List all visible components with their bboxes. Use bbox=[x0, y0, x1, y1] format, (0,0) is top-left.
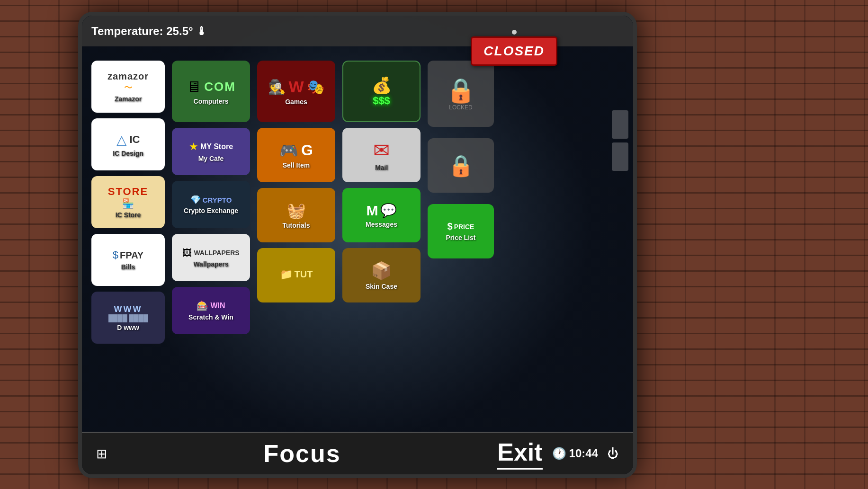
temperature-value: 25.5° bbox=[166, 25, 193, 37]
crypto-label: Crypto Exchange bbox=[184, 207, 238, 214]
ic-store-label: IC Store bbox=[116, 211, 141, 219]
app-column-5: 🔒 LOCKED 🔒 $ PRICE Price List bbox=[428, 61, 494, 258]
power-icon[interactable]: ⏻ bbox=[608, 447, 619, 460]
temperature-label: Temperature: bbox=[91, 25, 163, 37]
pricelist-label: Price List bbox=[446, 234, 475, 241]
www-label: D www bbox=[117, 324, 139, 331]
lock2-app: 🔒 bbox=[428, 138, 494, 193]
bills-label: Bills bbox=[121, 263, 135, 271]
money-label: $$$ bbox=[373, 95, 390, 107]
skincase-app[interactable]: 📦 Skin Case bbox=[342, 248, 421, 302]
grid-icon[interactable]: ⊞ bbox=[96, 446, 107, 462]
content-area: zamazor 〜 Zamazor △ IC IC Design STORE 🏪 bbox=[82, 46, 633, 436]
side-panel-right bbox=[612, 110, 631, 171]
monitor-screen: Temperature: 25.5° 🌡 CLOSED zamazor 〜 Za… bbox=[82, 16, 633, 474]
www-app[interactable]: WWW ████ ████ D www bbox=[91, 292, 165, 344]
ic-design-label: IC Design bbox=[113, 150, 143, 157]
monitor-frame: Temperature: 25.5° 🌡 CLOSED zamazor 〜 Za… bbox=[78, 12, 637, 478]
lock1-app: 🔒 LOCKED bbox=[428, 61, 494, 127]
zamazor-app[interactable]: zamazor 〜 Zamazor bbox=[91, 61, 165, 113]
mycafe-app[interactable]: ★ MY Store My Cafe bbox=[172, 128, 250, 175]
computers-app[interactable]: 🖥 COM Computers bbox=[172, 61, 250, 122]
ic-store-app[interactable]: STORE 🏪 IC Store bbox=[91, 176, 165, 228]
sellitem-label: Tutorials bbox=[282, 222, 310, 229]
workers-label: Games bbox=[285, 98, 307, 106]
thermometer-icon: 🌡 bbox=[196, 25, 207, 37]
ic-design-app[interactable]: △ IC IC Design bbox=[91, 118, 165, 170]
sellitem-app[interactable]: 🧺 Tutorials bbox=[257, 188, 335, 242]
mycafe-label: My Cafe bbox=[198, 155, 224, 162]
tutorials-app[interactable]: 📁 TUT bbox=[257, 248, 335, 302]
workers-app[interactable]: 🕵 W 🎭 Games bbox=[257, 61, 335, 122]
wallpapers-label: Wallpapers bbox=[193, 260, 228, 268]
crypto-app[interactable]: 💎 CRYPTO Crypto Exchange bbox=[172, 181, 250, 228]
messages-app[interactable]: M 💬 Messages bbox=[342, 188, 421, 242]
closed-sign-container: CLOSED bbox=[471, 30, 557, 66]
app-column-1: zamazor 〜 Zamazor △ IC IC Design STORE 🏪 bbox=[91, 61, 165, 344]
clock-icon: 🕐 bbox=[552, 447, 566, 460]
bottom-right-controls: Exit 🕐 10:44 ⏻ bbox=[497, 438, 619, 470]
scratch-label: Scratch & Win bbox=[188, 313, 233, 321]
clock-time: 10:44 bbox=[569, 447, 598, 460]
money-app[interactable]: 💰 $$$ bbox=[342, 61, 421, 122]
mail-label: Mail bbox=[375, 164, 388, 171]
messages-label: Messages bbox=[366, 221, 397, 228]
focus-button[interactable]: Focus bbox=[264, 439, 341, 468]
app-column-4: 💰 $$$ ✉ Mail M 💬 Messages bbox=[342, 61, 421, 302]
zamazor-label: Zamazor bbox=[115, 95, 142, 103]
sign-string-dot bbox=[512, 30, 517, 35]
app-column-2: 🖥 COM Computers ★ MY Store My Cafe bbox=[172, 61, 250, 334]
games-label: Sell Item bbox=[283, 161, 310, 169]
clock-display: 🕐 10:44 bbox=[552, 447, 598, 460]
bottom-bar: ⊞ Focus Exit 🕐 10:44 ⏻ bbox=[82, 432, 633, 474]
mail-app[interactable]: ✉ Mail bbox=[342, 128, 421, 182]
side-bar-2 bbox=[612, 142, 628, 171]
temperature-display: Temperature: 25.5° 🌡 bbox=[91, 25, 207, 38]
closed-sign: CLOSED bbox=[471, 36, 557, 66]
bills-app[interactable]: $ FPAY Bills bbox=[91, 234, 165, 286]
games-app[interactable]: 🎮 G Sell Item bbox=[257, 128, 335, 182]
wallpapers-app[interactable]: 🖼 WALLPAPERS Wallpapers bbox=[172, 234, 250, 281]
exit-button[interactable]: Exit bbox=[497, 438, 542, 470]
app-column-3: 🕵 W 🎭 Games 🎮 G Sell Item 🧺 bbox=[257, 61, 335, 302]
skincase-label: Skin Case bbox=[366, 283, 397, 290]
pricelist-app[interactable]: $ PRICE Price List bbox=[428, 204, 494, 258]
side-bar-1 bbox=[612, 110, 628, 139]
scratch-app[interactable]: 🎰 WIN Scratch & Win bbox=[172, 287, 250, 334]
computers-label: Computers bbox=[194, 98, 229, 105]
